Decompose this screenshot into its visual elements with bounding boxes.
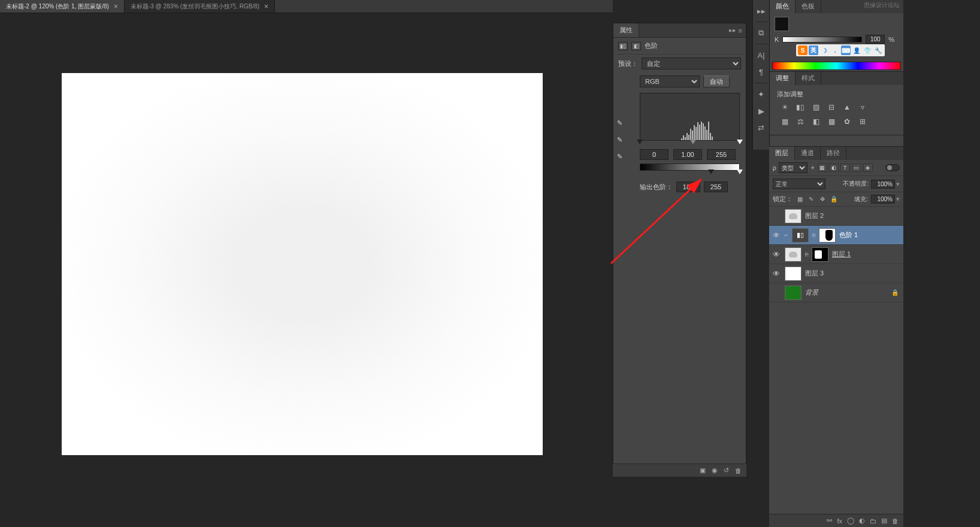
layer-item[interactable]: 图层 2	[769, 207, 903, 226]
fill-field[interactable]	[871, 195, 895, 204]
mask-thumb[interactable]	[819, 228, 836, 243]
eyedropper-gray-icon[interactable]: ✎	[617, 136, 628, 147]
filter-shape-icon[interactable]: ▭	[852, 163, 861, 172]
curves-icon[interactable]: ▨	[810, 102, 821, 112]
layer-thumb[interactable]	[785, 266, 801, 281]
output-white-field[interactable]	[704, 181, 728, 192]
paragraph-icon[interactable]: ¶	[755, 66, 767, 78]
color-spectrum[interactable]	[772, 62, 901, 70]
k-value-field[interactable]	[866, 35, 885, 44]
foreground-swatch[interactable]	[775, 17, 789, 31]
eyedropper-white-icon[interactable]: ✎	[617, 153, 628, 163]
gray-point-handle[interactable]	[690, 140, 696, 144]
eyedropper-black-icon[interactable]: ✎	[617, 119, 628, 130]
k-slider[interactable]	[782, 37, 862, 43]
auto-button[interactable]: 自动	[703, 75, 730, 87]
layer-item[interactable]: 👁 图层 3	[769, 264, 903, 283]
brightness-icon[interactable]: ☀	[779, 102, 790, 112]
ime-moon-icon[interactable]: ☽	[819, 46, 829, 55]
swatches-tab[interactable]: 色板	[796, 0, 821, 13]
lock-pos-icon[interactable]: ✥	[818, 195, 827, 204]
input-slider[interactable]	[640, 141, 740, 147]
output-black-handle[interactable]	[708, 169, 714, 174]
clip-icon[interactable]: ▣	[700, 467, 706, 474]
input-white-field[interactable]	[707, 149, 736, 160]
new-layer-icon[interactable]: ▤	[881, 517, 887, 525]
doc-tab-2[interactable]: 未标题-3 @ 283% (发丝羽毛抠图小技巧, RGB/8) ×	[125, 0, 275, 13]
layer-thumb[interactable]	[785, 247, 801, 262]
preset-select[interactable]: 自定	[642, 57, 741, 69]
history-icon[interactable]: ⧉	[755, 27, 767, 39]
layer-item[interactable]: 👁 ⌐ ▮▯ ⎘ 色阶 1	[769, 226, 903, 245]
input-mid-field[interactable]	[673, 149, 702, 160]
trash-icon[interactable]: 🗑	[735, 467, 742, 474]
color-tab[interactable]: 颜色	[770, 0, 796, 13]
styles-tab[interactable]: 样式	[796, 72, 821, 85]
paths-tab[interactable]: 路径	[821, 147, 846, 160]
ime-kb-icon[interactable]: ⌨	[841, 46, 851, 55]
fx-icon[interactable]: fx	[837, 517, 842, 525]
reset-icon[interactable]: ↺	[724, 467, 729, 474]
layer-thumb[interactable]	[785, 286, 801, 300]
output-black-field[interactable]	[676, 181, 700, 192]
output-gradient[interactable]	[640, 163, 740, 171]
filter-smart-icon[interactable]: ◈	[863, 163, 873, 172]
balance-icon[interactable]: ⚖	[795, 117, 806, 126]
properties-tab[interactable]: 属性	[613, 23, 639, 37]
channel-mixer-icon[interactable]: ✿	[842, 117, 852, 126]
layers-tab[interactable]: 图层	[769, 147, 795, 160]
more-icon[interactable]: ▿	[857, 102, 868, 112]
black-point-handle[interactable]	[637, 140, 643, 144]
view-icon[interactable]: ◉	[712, 467, 718, 474]
filter-toggle[interactable]	[885, 164, 900, 171]
lock-paint-icon[interactable]: ✎	[807, 195, 815, 204]
filter-kind-select[interactable]: 类型	[779, 162, 807, 173]
ime-lang-icon[interactable]: 英	[809, 46, 818, 55]
white-point-handle[interactable]	[737, 140, 743, 144]
lut-icon[interactable]: ⊞	[857, 117, 868, 126]
ime-s-icon[interactable]: S	[798, 46, 807, 55]
output-white-handle[interactable]	[737, 169, 743, 174]
adjustment-add-icon[interactable]: ◐	[859, 517, 865, 525]
mask-add-icon[interactable]: ◯	[847, 517, 854, 525]
group-icon[interactable]: 🗀	[870, 517, 876, 525]
ime-toolbar[interactable]: S 英 ☽ ， ⌨ 👤 👕 🔧	[796, 44, 885, 56]
blend-mode-select[interactable]: 正常	[773, 178, 825, 189]
link-layers-icon[interactable]: ⚯	[827, 517, 832, 525]
filter-pixel-icon[interactable]: ▦	[818, 163, 827, 172]
canvas[interactable]	[62, 73, 543, 455]
character-icon[interactable]: A|	[755, 49, 767, 61]
channels-tab[interactable]: 通道	[795, 147, 821, 160]
mask-thumb[interactable]	[812, 247, 828, 262]
ime-user-icon[interactable]: 👤	[852, 46, 861, 55]
channel-select[interactable]: RGB	[640, 75, 700, 87]
visibility-icon[interactable]: 👁	[772, 250, 781, 259]
expand-icon[interactable]: ▸▸	[755, 5, 767, 17]
visibility-icon[interactable]	[772, 288, 781, 298]
ime-skin-icon[interactable]: 👕	[863, 46, 872, 55]
layer-item[interactable]: 👁 ⎘ 图层 1	[769, 245, 903, 264]
layer-thumb[interactable]	[785, 209, 801, 223]
output-slider[interactable]	[640, 171, 740, 177]
close-icon[interactable]: ×	[114, 2, 118, 11]
lock-all-icon[interactable]: 🔒	[830, 195, 838, 204]
visibility-icon[interactable]: 👁	[772, 269, 781, 278]
adjustments-tab[interactable]: 调整	[770, 72, 796, 85]
vibrance-icon[interactable]: ▲	[842, 102, 852, 112]
visibility-icon[interactable]	[772, 211, 781, 221]
lock-trans-icon[interactable]: ▦	[796, 195, 804, 204]
trash-icon[interactable]: 🗑	[892, 517, 899, 525]
input-black-field[interactable]	[640, 149, 669, 160]
hue-icon[interactable]: ▦	[779, 117, 790, 126]
play-icon[interactable]: ▶	[755, 105, 767, 117]
layer-item[interactable]: 背景 🔒	[769, 283, 903, 302]
adjustment-thumb[interactable]: ▮▯	[792, 228, 809, 243]
panel-menu-icon[interactable]: ▸▸ ≡	[725, 26, 746, 34]
brush-icon[interactable]: ✦	[755, 88, 767, 100]
filter-type-icon[interactable]: T	[840, 163, 850, 172]
ime-comma-icon[interactable]: ，	[830, 46, 840, 55]
opacity-field[interactable]	[871, 180, 895, 189]
swap-icon[interactable]: ⇄	[755, 122, 767, 134]
doc-tab-1[interactable]: 未标题-2 @ 120% (色阶 1, 图层蒙版/8) ×	[0, 0, 125, 13]
filter-adjust-icon[interactable]: ◐	[829, 163, 839, 172]
